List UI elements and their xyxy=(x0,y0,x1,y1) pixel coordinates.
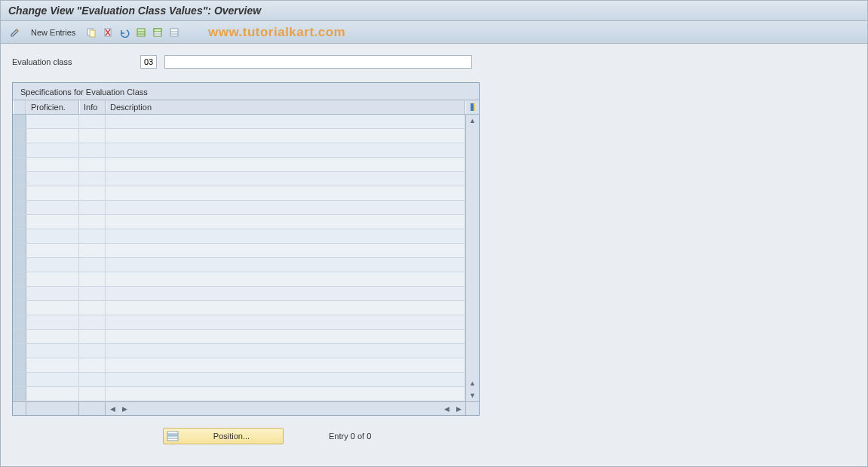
cell-proficiency[interactable] xyxy=(26,315,79,329)
cell-description[interactable] xyxy=(106,315,465,329)
table-row[interactable] xyxy=(13,229,465,244)
table-row[interactable] xyxy=(13,301,465,315)
cell-description[interactable] xyxy=(106,301,465,315)
cell-info[interactable] xyxy=(79,330,106,343)
cell-info[interactable] xyxy=(79,287,106,300)
table-row[interactable] xyxy=(13,244,465,258)
cell-proficiency[interactable] xyxy=(26,373,79,386)
deselect-all-icon[interactable] xyxy=(167,26,181,39)
cell-proficiency[interactable] xyxy=(26,186,79,200)
scroll-left2-icon[interactable]: ◀ xyxy=(441,404,452,414)
scroll-right2-icon[interactable]: ▶ xyxy=(453,404,464,414)
evaluation-class-input[interactable] xyxy=(140,55,157,69)
cell-description[interactable] xyxy=(106,244,465,257)
cell-proficiency[interactable] xyxy=(26,301,79,315)
cell-info[interactable] xyxy=(79,301,106,315)
row-selector[interactable] xyxy=(13,387,26,401)
table-row[interactable] xyxy=(13,373,465,387)
display-change-icon[interactable] xyxy=(8,26,22,39)
row-selector[interactable] xyxy=(13,373,26,386)
row-selector[interactable] xyxy=(13,186,26,200)
cell-proficiency[interactable] xyxy=(26,358,79,372)
table-settings-icon[interactable] xyxy=(465,100,479,114)
table-row[interactable] xyxy=(13,201,465,215)
cell-description[interactable] xyxy=(106,287,465,300)
undo-icon[interactable] xyxy=(118,26,131,39)
table-row[interactable] xyxy=(13,186,465,201)
row-selector[interactable] xyxy=(13,344,26,358)
cell-info[interactable] xyxy=(79,186,106,200)
cell-proficiency[interactable] xyxy=(26,158,79,171)
cell-description[interactable] xyxy=(106,215,465,229)
cell-description[interactable] xyxy=(106,344,465,358)
table-row[interactable] xyxy=(13,344,465,358)
delete-icon[interactable] xyxy=(101,26,115,39)
cell-proficiency[interactable] xyxy=(26,215,79,229)
cell-info[interactable] xyxy=(79,172,106,186)
cell-info[interactable] xyxy=(79,344,106,358)
cell-proficiency[interactable] xyxy=(26,129,79,143)
cell-description[interactable] xyxy=(106,129,465,143)
table-row[interactable] xyxy=(13,172,465,186)
row-selector[interactable] xyxy=(13,301,26,315)
cell-description[interactable] xyxy=(106,115,465,128)
row-selector[interactable] xyxy=(13,287,26,300)
select-all-icon[interactable] xyxy=(134,26,148,39)
cell-info[interactable] xyxy=(79,115,106,128)
row-selector[interactable] xyxy=(13,115,26,128)
cell-description[interactable] xyxy=(106,330,465,343)
cell-proficiency[interactable] xyxy=(26,258,79,272)
scroll-up2-icon[interactable]: ▲ xyxy=(466,377,479,389)
row-selector[interactable] xyxy=(13,201,26,214)
cell-description[interactable] xyxy=(106,373,465,386)
table-row[interactable] xyxy=(13,129,465,143)
table-row[interactable] xyxy=(13,158,465,172)
table-row[interactable] xyxy=(13,387,465,401)
cell-proficiency[interactable] xyxy=(26,201,79,214)
row-selector[interactable] xyxy=(13,229,26,243)
cell-description[interactable] xyxy=(106,358,465,372)
cell-description[interactable] xyxy=(106,186,465,200)
cell-description[interactable] xyxy=(106,272,465,286)
table-row[interactable] xyxy=(13,143,465,158)
scroll-down-icon[interactable]: ▼ xyxy=(466,389,479,401)
column-description[interactable]: Description xyxy=(106,100,465,114)
cell-description[interactable] xyxy=(106,258,465,272)
position-button[interactable]: Position... xyxy=(163,428,284,444)
row-selector[interactable] xyxy=(13,315,26,329)
row-selector[interactable] xyxy=(13,244,26,257)
scroll-left-icon[interactable]: ◀ xyxy=(107,404,118,414)
cell-info[interactable] xyxy=(79,387,106,401)
row-selector[interactable] xyxy=(13,258,26,272)
cell-info[interactable] xyxy=(79,358,106,372)
row-selector[interactable] xyxy=(13,129,26,143)
table-row[interactable] xyxy=(13,358,465,373)
scroll-up-icon[interactable]: ▲ xyxy=(466,115,479,127)
row-selector[interactable] xyxy=(13,143,26,157)
row-selector[interactable] xyxy=(13,172,26,186)
vertical-scrollbar[interactable]: ▲ ▲ ▼ xyxy=(465,115,479,401)
cell-info[interactable] xyxy=(79,258,106,272)
copy-as-icon[interactable] xyxy=(84,26,98,39)
table-row[interactable] xyxy=(13,115,465,129)
cell-description[interactable] xyxy=(106,201,465,214)
table-row[interactable] xyxy=(13,315,465,330)
select-block-icon[interactable] xyxy=(151,26,164,39)
scroll-right-icon[interactable]: ▶ xyxy=(119,404,130,414)
scroll-track[interactable] xyxy=(466,127,479,377)
cell-proficiency[interactable] xyxy=(26,287,79,300)
cell-info[interactable] xyxy=(79,129,106,143)
cell-proficiency[interactable] xyxy=(26,115,79,128)
new-entries-button[interactable]: New Entries xyxy=(25,28,81,37)
row-selector[interactable] xyxy=(13,215,26,229)
table-row[interactable] xyxy=(13,287,465,301)
cell-proficiency[interactable] xyxy=(26,272,79,286)
cell-description[interactable] xyxy=(106,158,465,171)
column-info[interactable]: Info xyxy=(79,100,106,114)
table-row[interactable] xyxy=(13,330,465,344)
evaluation-class-description-input[interactable] xyxy=(164,55,472,69)
cell-proficiency[interactable] xyxy=(26,387,79,401)
cell-description[interactable] xyxy=(106,143,465,157)
cell-info[interactable] xyxy=(79,315,106,329)
cell-info[interactable] xyxy=(79,373,106,386)
